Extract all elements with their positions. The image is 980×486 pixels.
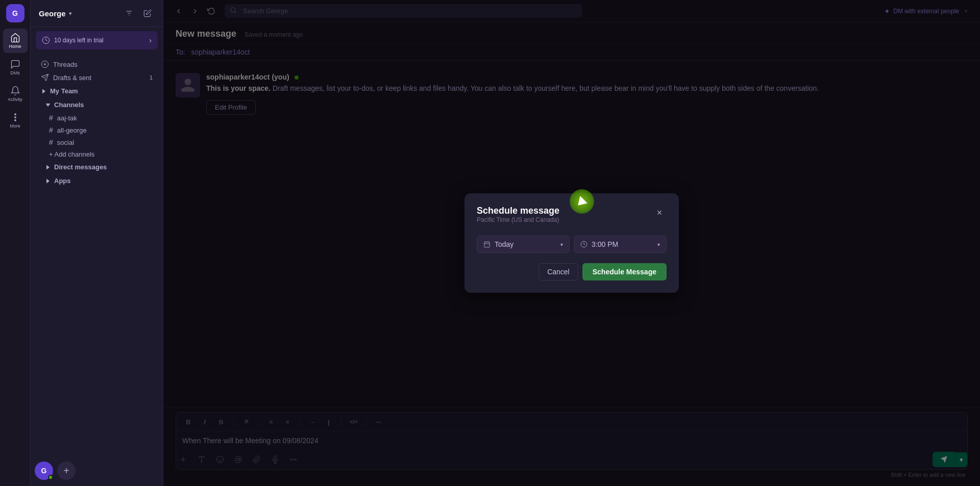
main-area: ✦ DM with external people × New message … [163, 0, 980, 486]
user-avatar-container[interactable]: G [35, 462, 53, 480]
dms-icon [10, 59, 20, 69]
sidebar-item-drafts[interactable]: Drafts & sent 1 [33, 71, 161, 84]
channel-all-george[interactable]: # all-george [33, 124, 161, 136]
sidebar-myteam-header[interactable]: My Team [33, 84, 161, 98]
svg-point-0 [14, 114, 16, 115]
date-select[interactable]: Today ▾ [477, 236, 570, 253]
sidebar-header-actions [122, 6, 155, 20]
add-channels-button[interactable]: + Add channels [33, 148, 161, 160]
channels-expand-icon [45, 102, 51, 108]
sidebar-channels-header[interactable]: Channels [33, 98, 161, 112]
time-caret-icon: ▾ [657, 242, 660, 247]
threads-icon [41, 60, 49, 68]
schedule-message-modal: Schedule message Pacific Time (US and Ca… [464, 193, 679, 293]
more-icon [10, 112, 20, 122]
expand-icon [41, 88, 47, 94]
sidebar-item-threads[interactable]: Threads [33, 58, 161, 71]
filter-button[interactable] [122, 6, 136, 20]
hash-icon: # [49, 114, 53, 122]
svg-marker-13 [46, 178, 50, 183]
activity-label: Activity [8, 97, 22, 102]
sidebar: George ▾ 10 days left in trial › Threads… [31, 0, 163, 486]
sidebar-header: George ▾ [31, 0, 163, 27]
compose-button[interactable] [140, 6, 155, 20]
more-label: More [10, 123, 20, 129]
dm-expand-icon [45, 164, 51, 170]
svg-rect-31 [484, 242, 490, 247]
sidebar-nav: Threads Drafts & sent 1 My Team Channels… [31, 54, 163, 457]
workspace-name[interactable]: George ▾ [39, 9, 71, 18]
svg-marker-10 [42, 89, 45, 93]
workspace-caret: ▾ [69, 11, 71, 16]
channel-aaj-tak[interactable]: # aaj-tak [33, 112, 161, 124]
svg-marker-11 [46, 104, 51, 107]
sidebar-item-more[interactable]: More [3, 108, 28, 133]
modal-schedule-button[interactable]: Schedule Message [582, 263, 667, 280]
trial-banner-arrow: › [149, 36, 152, 44]
online-status [48, 475, 53, 480]
modal-cancel-button[interactable]: Cancel [538, 263, 578, 280]
dms-label: DMs [10, 70, 20, 75]
calendar-icon [483, 241, 491, 248]
time-value: 3:00 PM [592, 240, 653, 248]
modal-close-button[interactable]: × [652, 206, 667, 220]
modal-subtitle: Pacific Time (US and Canada) [477, 216, 559, 223]
drafts-icon [41, 73, 49, 82]
trial-banner[interactable]: 10 days left in trial › [36, 31, 158, 49]
sidebar-apps-header[interactable]: Apps [33, 174, 161, 188]
sidebar-bottom: G + [31, 457, 163, 486]
activity-icon [10, 86, 20, 96]
home-icon [10, 33, 20, 43]
modal-selects: Today ▾ 3:00 PM ▾ [477, 236, 667, 253]
date-caret-icon: ▾ [560, 242, 563, 247]
icon-bar: G Home DMs Activity More [0, 0, 31, 486]
sidebar-dm-header[interactable]: Direct messages [33, 160, 161, 174]
date-value: Today [495, 240, 556, 248]
add-workspace-button[interactable]: + [57, 462, 76, 480]
home-label: Home [9, 44, 21, 49]
trial-banner-content: 10 days left in trial [42, 36, 104, 44]
channel-social[interactable]: # social [33, 136, 161, 148]
drafts-badge: 1 [150, 74, 153, 81]
apps-expand-icon [45, 178, 51, 184]
hash-icon: # [49, 138, 53, 146]
user-avatar[interactable]: G [35, 462, 53, 480]
svg-marker-12 [46, 165, 50, 169]
clock-icon [42, 36, 50, 44]
workspace-avatar[interactable]: G [6, 4, 24, 22]
modal-overlay[interactable]: Schedule message Pacific Time (US and Ca… [163, 0, 980, 486]
time-select[interactable]: 3:00 PM ▾ [574, 236, 667, 253]
clock-select-icon [580, 241, 587, 248]
sidebar-item-home[interactable]: Home [3, 29, 28, 53]
sidebar-item-dms[interactable]: DMs [3, 55, 28, 80]
sidebar-item-activity[interactable]: Activity [3, 82, 28, 106]
svg-point-2 [14, 120, 16, 121]
svg-point-1 [14, 117, 16, 118]
modal-header: Schedule message Pacific Time (US and Ca… [477, 206, 667, 234]
modal-title: Schedule message [477, 206, 559, 216]
modal-actions: Cancel Schedule Message [477, 263, 667, 280]
hash-icon: # [49, 126, 53, 134]
